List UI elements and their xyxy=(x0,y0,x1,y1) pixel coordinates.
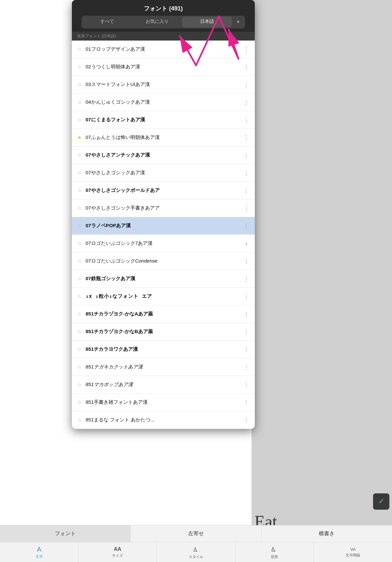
more-action[interactable]: ⋮ xyxy=(242,310,251,319)
star-icon[interactable]: ★ xyxy=(76,134,83,141)
star-icon[interactable]: ☆ xyxy=(76,417,83,424)
font-row[interactable]: ☆ 851チカラヨワクあア漢 ⋮ xyxy=(72,341,255,358)
font-row[interactable]: ☆ 07やさしさアンチックあア漢 ⋮ xyxy=(72,146,255,164)
tab-all[interactable]: すべて xyxy=(83,17,132,27)
star-icon[interactable]: ☆ xyxy=(76,364,83,371)
style-icon: A xyxy=(193,545,199,553)
font-row[interactable]: ☆ 07やさしさゴシック手書きあアア ⋮ xyxy=(72,199,255,217)
star-icon[interactable]: ☆ xyxy=(76,346,83,353)
tab-bar: すべて お気に入り 日本語 + xyxy=(82,16,245,28)
font-row[interactable]: ☆ 07にくまるフォントあア漢 ⋮ xyxy=(72,111,255,129)
more-action[interactable]: ⋮ xyxy=(242,257,251,266)
star-icon[interactable]: ☆ xyxy=(76,222,83,230)
more-action[interactable]: ⋮ xyxy=(242,416,251,425)
font-panel: フォント (491) すべて お気に入り 日本語 + 追加フォント (日本語) … xyxy=(72,0,255,429)
more-action[interactable]: ⋮ xyxy=(242,204,251,213)
font-name: 07鉄瓶ゴシックあア漢 xyxy=(86,276,242,282)
download-action[interactable]: ↓ xyxy=(242,239,251,248)
font-row[interactable]: ☆ 851まるな フォント あかたつ... ⋮ xyxy=(72,411,255,429)
more-action[interactable]: ⋮ xyxy=(242,221,251,230)
star-icon[interactable]: ☆ xyxy=(76,63,83,71)
star-icon[interactable]: ☆ xyxy=(76,81,83,88)
font-name: 04かんじゅくゴシックあア漢 xyxy=(86,99,242,105)
more-action[interactable]: ⋮ xyxy=(242,62,251,72)
panel-header: フォント (491) すべて お気に入り 日本語 + xyxy=(72,0,255,32)
font-row[interactable]: ☆ 07ロゴたいぷゴシック7あア漢 ↓ xyxy=(72,235,255,252)
font-row[interactable]: ☆ 07ロゴたいぷゴシックCondense ⋮ xyxy=(72,252,255,270)
font-name: 07ロゴたいぷゴシック7あア漢 xyxy=(86,240,242,247)
more-action[interactable]: ⋮ xyxy=(242,327,251,336)
font-name: 851テガキカクットあア漢 xyxy=(86,364,242,370)
tab-japanese[interactable]: 日本語 xyxy=(182,17,232,27)
font-row[interactable]: ☆ 03スマートフォントUIあア漢 ⋮ xyxy=(72,76,255,94)
more-action[interactable]: ⋮ xyxy=(242,363,251,372)
toolbar-tab-character[interactable]: A 文字 xyxy=(0,542,78,562)
more-action[interactable]: ⋮ xyxy=(242,186,251,195)
star-icon[interactable]: ☆ xyxy=(76,152,83,159)
font-row[interactable]: ☆ 04かんじゅくゴシックあア漢 ⋮ xyxy=(72,94,255,111)
star-icon[interactable]: ☆ xyxy=(76,187,83,194)
more-action[interactable]: ⋮ xyxy=(242,133,251,142)
more-action[interactable]: ⋮ xyxy=(242,380,251,389)
star-icon[interactable]: ☆ xyxy=(76,46,83,53)
font-name: 07ロゴたいぷゴシックCondense xyxy=(86,258,242,264)
tab-favorites[interactable]: お気に入り xyxy=(133,17,182,27)
font-row[interactable]: ☆ 01フロップデザインあア漢 ⋮ xyxy=(72,41,255,58)
font-row[interactable]: ☆ 07やさしさゴシックボールドあア ⋮ xyxy=(72,182,255,199)
font-row[interactable]: ☆ 851マカポップあア漢 ⋮ xyxy=(72,376,255,394)
more-action[interactable]: ⋮ xyxy=(242,45,251,54)
font-name: 07ラノベPOPあア漢 xyxy=(86,223,242,229)
font-row[interactable]: ☆ 851テガキカクットあア漢 ⋮ xyxy=(72,358,255,376)
font-row[interactable]: ☆ ↓x ↓粒小↓なフォント エア ⋮ xyxy=(72,288,255,305)
star-icon[interactable]: ☆ xyxy=(76,328,83,335)
more-action[interactable]: ⋮ xyxy=(242,398,251,407)
star-icon[interactable]: ☆ xyxy=(76,169,83,177)
font-row[interactable]: ☆ 851チカラヅヨク-かなAあア薬 ⋮ xyxy=(72,305,255,323)
tab-add[interactable]: + xyxy=(232,17,244,27)
more-action[interactable]: ⋮ xyxy=(242,345,251,354)
font-row[interactable]: ☆ 07やさしさゴシックあア漢 ⋮ xyxy=(72,164,255,182)
spacing-label: 文字間隔 xyxy=(346,553,360,558)
font-name: 02うつくし明朝体あア漢 xyxy=(86,64,242,70)
check-button[interactable]: ✓ xyxy=(373,493,389,510)
font-row[interactable]: ☆ 851手書き雑フォントあア漢 ⋮ xyxy=(72,394,255,411)
more-action[interactable]: ⋮ xyxy=(242,292,251,301)
font-row[interactable]: ☆ 851チカラヅヨク-かなBあア薬 ⋮ xyxy=(72,323,255,341)
toolbar-align-btn[interactable]: 左寄せ xyxy=(131,525,261,542)
font-name: ↓x ↓粒小↓なフォント エア xyxy=(86,293,242,299)
more-action[interactable]: ⋮ xyxy=(242,151,251,160)
star-icon[interactable]: ☆ xyxy=(76,116,83,124)
toolbar-align-label: 左寄せ xyxy=(188,530,204,537)
star-icon[interactable]: ☆ xyxy=(76,240,83,247)
more-action[interactable]: ⋮ xyxy=(242,115,251,125)
font-row[interactable]: ☆ 07鉄瓶ゴシックあア漢 ⋮ xyxy=(72,270,255,288)
star-icon[interactable]: ☆ xyxy=(76,293,83,300)
star-icon[interactable]: ☆ xyxy=(76,205,83,212)
toolbar-direction-btn[interactable]: 横書き xyxy=(262,525,392,542)
star-icon[interactable]: ☆ xyxy=(76,311,83,318)
toolbar-row1: フォント 左寄せ 横書き xyxy=(0,525,392,542)
font-row[interactable]: ☆ 02うつくし明朝体あア漢 ⋮ xyxy=(72,58,255,76)
more-action[interactable]: ⋮ xyxy=(242,98,251,107)
star-icon[interactable]: ☆ xyxy=(76,258,83,265)
more-action[interactable]: ⋮ xyxy=(242,80,251,89)
character-label: 文字 xyxy=(36,554,43,559)
font-row-selected[interactable]: ☆ 07ラノベPOPあア漢 ⋮ xyxy=(72,217,255,235)
toolbar-tab-background[interactable]: A 背景 xyxy=(236,542,314,562)
toolbar-tab-size[interactable]: AA サイズ xyxy=(78,542,157,562)
star-icon[interactable]: ☆ xyxy=(76,99,83,106)
font-name: 01フロップデザインあア漢 xyxy=(86,46,242,52)
toolbar-tab-spacing[interactable]: VA 文字間隔 xyxy=(314,542,392,562)
star-icon[interactable]: ☆ xyxy=(76,399,83,406)
star-icon[interactable]: ☆ xyxy=(76,381,83,388)
toolbar-font-btn[interactable]: フォント xyxy=(0,525,131,542)
font-row[interactable]: ★ 07ふぉんとうは怖い明朝体あア漢 ⋮ xyxy=(72,129,255,146)
font-list: ☆ 01フロップデザインあア漢 ⋮ ☆ 02うつくし明朝体あア漢 ⋮ ☆ 03ス… xyxy=(72,41,255,429)
toolbar-tab-style[interactable]: A スタイル xyxy=(157,542,235,562)
background-icon: A xyxy=(271,545,278,553)
more-action[interactable]: ⋮ xyxy=(242,274,251,283)
font-name: 07ふぉんとうは怖い明朝体あア漢 xyxy=(86,134,242,141)
size-label: サイズ xyxy=(112,553,123,558)
more-action[interactable]: ⋮ xyxy=(242,168,251,178)
star-icon[interactable]: ☆ xyxy=(76,275,83,282)
